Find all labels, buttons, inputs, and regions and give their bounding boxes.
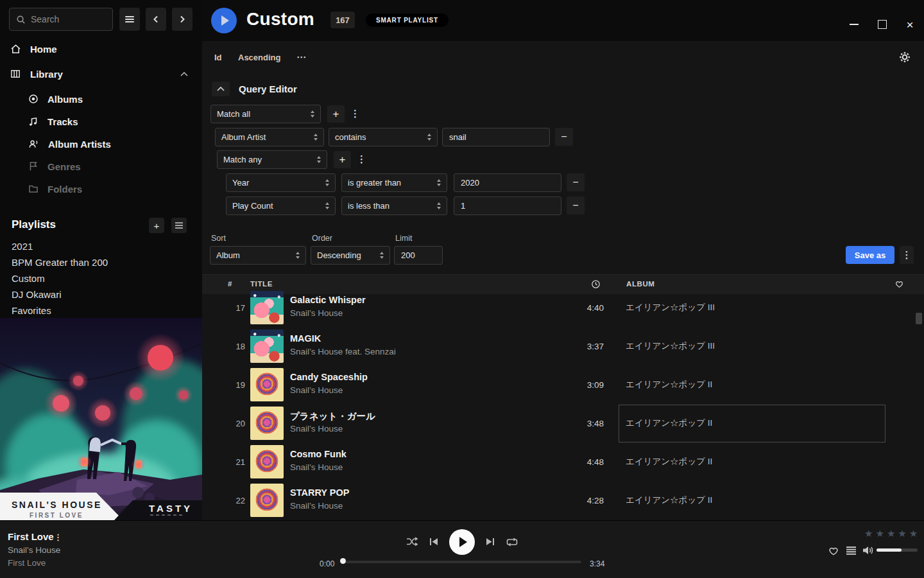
order-label: Order [312, 234, 332, 243]
back-button[interactable] [146, 8, 166, 31]
rule3-field-select[interactable]: Play Count [226, 197, 336, 215]
now-playing-menu-button[interactable]: ⋮ [54, 532, 62, 542]
star-icon[interactable]: ★ [875, 528, 884, 539]
volume-slider[interactable] [877, 548, 918, 552]
sidebar-item-folders[interactable]: Folders [0, 181, 202, 197]
order-select[interactable]: Descending [311, 246, 390, 265]
settings-button[interactable] [899, 51, 911, 66]
volume-icon[interactable] [862, 545, 874, 556]
minus-icon: − [561, 131, 567, 143]
limit-input[interactable]: 200 [394, 246, 443, 265]
rule2-remove-button[interactable]: − [567, 173, 585, 191]
star-icon[interactable]: ★ [909, 528, 918, 539]
rule3-operator-select[interactable]: is less than [341, 197, 447, 215]
rule3-remove-button[interactable]: − [567, 197, 585, 215]
star-icon[interactable]: ★ [887, 528, 896, 539]
add-playlist-button[interactable]: + [149, 218, 164, 233]
track-duration: 3:37 [549, 327, 604, 365]
seek-handle[interactable] [340, 558, 346, 564]
queue-button[interactable] [846, 546, 857, 556]
window-close-button[interactable]: × [901, 15, 919, 33]
repeat-button[interactable] [506, 538, 518, 547]
genres-label: Genres [47, 161, 81, 172]
table-row[interactable]: 21 Cosmo Funk Snail’s House 4:48 エイリアン☆ポ… [202, 442, 924, 481]
column-album[interactable]: ALBUM [626, 280, 655, 288]
rule2-operator-select[interactable]: is greater than [341, 173, 447, 192]
menu-button[interactable] [119, 8, 140, 31]
smart-playlist-badge: SMART PLAYLIST [366, 13, 449, 27]
previous-track-button[interactable] [429, 538, 439, 546]
select-arrows-icon [325, 179, 329, 186]
match-all-select[interactable]: Match all [210, 105, 321, 123]
play-pause-button[interactable] [449, 529, 475, 555]
match-any-value: Match any [223, 155, 262, 164]
group1-menu-button[interactable]: ⋮ [350, 108, 360, 119]
column-title[interactable]: TITLE [250, 280, 273, 288]
sort-direction-button[interactable]: Ascending [238, 53, 280, 62]
rule3-value-input[interactable]: 1 [454, 197, 561, 215]
window-maximize-button[interactable] [873, 15, 891, 33]
sidebar-item-albums[interactable]: Albums [0, 91, 202, 107]
rule2-value: 2020 [461, 178, 479, 188]
playlist-item-bpm[interactable]: BPM Greater than 200 [0, 254, 202, 270]
rule1-value-input[interactable]: snail [442, 128, 550, 146]
collapse-chevron-icon[interactable] [180, 72, 188, 76]
playlist-item-2021[interactable]: 2021 [0, 238, 202, 254]
favorite-button[interactable] [828, 545, 839, 556]
rule1-remove-button[interactable]: − [555, 128, 573, 146]
playlist-options-button[interactable] [171, 218, 187, 233]
plus-icon: + [154, 220, 160, 231]
table-row[interactable]: 20 プラネット・ガール Snail’s House 3:48 エイリアン☆ポッ… [202, 404, 924, 442]
sort-select[interactable]: Album [210, 246, 306, 265]
sidebar-item-library[interactable]: Library [0, 66, 202, 82]
playlist-item-favorites[interactable]: Favorites [0, 302, 202, 319]
table-row[interactable]: 18 MAGIK Snail’s House feat. Sennzai 3:3… [202, 327, 924, 365]
forward-button[interactable] [172, 8, 193, 31]
query-menu-button[interactable]: ⋮ [900, 246, 914, 264]
star-icon[interactable]: ★ [864, 528, 873, 539]
add-rule-button-group2[interactable]: + [334, 151, 351, 168]
more-options-button[interactable]: ⋯ [296, 51, 307, 63]
rule2-field-select[interactable]: Year [226, 173, 336, 192]
table-row[interactable]: 22 STARRY POP Snail’s House 4:28 エイリアン☆ポ… [202, 481, 924, 520]
minimize-icon [850, 24, 859, 25]
shuffle-button[interactable] [406, 537, 418, 547]
rating-stars[interactable]: ★ ★ ★ ★ ★ [864, 528, 918, 539]
match-any-select[interactable]: Match any [217, 150, 327, 169]
query-editor-collapse-button[interactable] [212, 82, 230, 96]
sort-field-button[interactable]: Id [214, 53, 222, 62]
table-row[interactable]: 19 Candy Spaceship Snail’s House 3:09 エイ… [202, 365, 924, 404]
search-icon [16, 15, 26, 24]
group2-menu-button[interactable]: ⋮ [357, 153, 366, 165]
albums-icon [28, 94, 38, 104]
rule1-operator-select[interactable]: contains [329, 128, 438, 146]
rule1-field-select[interactable]: Album Artist [215, 128, 324, 146]
table-row[interactable]: 17 Galactic Whisper Snail’s House 4:40 エ… [202, 288, 924, 327]
column-number[interactable]: # [228, 280, 232, 288]
star-icon[interactable]: ★ [898, 528, 907, 539]
rule1-field-value: Album Artist [221, 132, 266, 142]
limit-label: Limit [395, 234, 412, 243]
search-input[interactable]: Search [9, 8, 113, 31]
playlist-item-custom[interactable]: Custom [0, 270, 202, 286]
select-arrows-icon [296, 252, 300, 259]
album-art-thumbnail [250, 407, 284, 440]
scrollbar-thumb[interactable] [916, 313, 922, 324]
sidebar-item-tracks[interactable]: Tracks [0, 114, 202, 129]
save-as-button[interactable]: Save as [846, 246, 894, 264]
play-playlist-button[interactable] [211, 8, 237, 33]
window-minimize-button[interactable] [845, 15, 863, 33]
next-track-button[interactable] [485, 538, 495, 546]
track-artist: Snail’s House [290, 462, 343, 472]
sidebar-item-genres[interactable]: Genres [0, 159, 202, 174]
chevron-right-icon [178, 15, 186, 23]
seek-bar[interactable] [343, 561, 581, 563]
sidebar-item-home[interactable]: Home [0, 40, 202, 57]
sidebar-item-album-artists[interactable]: Album Artists [0, 136, 202, 152]
playlist-item-dj-okawari[interactable]: DJ Okawari [0, 286, 202, 302]
add-rule-button-group1[interactable]: + [327, 105, 345, 123]
duration-column-clock-icon[interactable] [591, 279, 601, 289]
minus-icon: − [572, 177, 578, 188]
favorite-column-heart-icon[interactable] [894, 279, 904, 288]
rule2-value-input[interactable]: 2020 [454, 173, 561, 192]
